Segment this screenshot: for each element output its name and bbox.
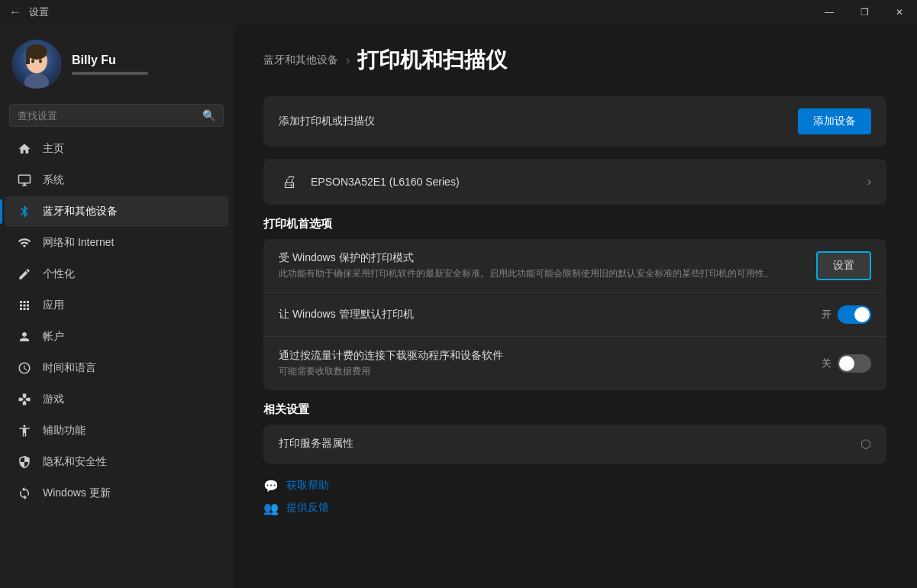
sidebar-item-bluetooth[interactable]: 蓝牙和其他设备 bbox=[5, 196, 228, 227]
user-bar bbox=[72, 72, 148, 75]
content-area: 蓝牙和其他设备 › 打印机和扫描仪 添加打印机或扫描仪 添加设备 🖨 EPSON… bbox=[233, 24, 917, 588]
toggle-manage-default[interactable] bbox=[838, 305, 871, 324]
accounts-icon bbox=[17, 329, 32, 344]
sidebar-item-network[interactable]: 网络和 Internet bbox=[5, 228, 228, 258]
help-icon: 💬 bbox=[263, 479, 279, 493]
svg-rect-3 bbox=[26, 50, 30, 64]
svg-point-4 bbox=[31, 60, 34, 63]
print-server-row[interactable]: 打印服务器属性 ⬡ bbox=[263, 425, 886, 464]
toggle-label-off: 关 bbox=[822, 357, 831, 370]
toggle-metered[interactable] bbox=[838, 354, 871, 373]
sidebar-item-label-system: 系统 bbox=[43, 173, 64, 187]
toggle-area-manage-default: 开 bbox=[822, 305, 871, 324]
pref-title-1: 让 Windows 管理默认打印机 bbox=[279, 308, 811, 321]
printer-list-card: 🖨 EPSON3A52E1 (L6160 Series) › bbox=[263, 159, 886, 205]
close-button[interactable]: ✕ bbox=[882, 0, 917, 24]
related-section-title: 相关设置 bbox=[263, 402, 886, 417]
sidebar-item-label-network: 网络和 Internet bbox=[43, 236, 114, 250]
maximize-button[interactable]: ❐ bbox=[847, 0, 882, 24]
breadcrumb-separator: › bbox=[346, 53, 350, 67]
sidebar-item-windows_update[interactable]: Windows 更新 bbox=[5, 478, 228, 509]
feedback-icon: 👥 bbox=[263, 501, 279, 515]
related-card: 打印服务器属性 ⬡ bbox=[263, 425, 886, 464]
sidebar-item-label-windows_update: Windows 更新 bbox=[43, 486, 111, 500]
sidebar-item-home[interactable]: 主页 bbox=[5, 134, 228, 164]
pref-title-2: 通过按流量计费的连接下载驱动程序和设备软件 bbox=[279, 349, 811, 363]
pref-row-windows-protected: 受 Windows 保护的打印模式 此功能有助于确保采用打印机软件的最新安全标准… bbox=[263, 239, 886, 293]
toggle-area-metered: 关 bbox=[822, 354, 871, 373]
pref-row-metered: 通过按流量计费的连接下载驱动程序和设备软件 可能需要收取数据费用 关 bbox=[263, 337, 886, 390]
search-box[interactable]: 🔍 bbox=[9, 104, 224, 127]
sidebar-item-label-personalization: 个性化 bbox=[43, 267, 75, 281]
printer-row[interactable]: 🖨 EPSON3A52E1 (L6160 Series) › bbox=[263, 159, 886, 205]
sidebar-item-accessibility[interactable]: 辅助功能 bbox=[5, 415, 228, 446]
window-controls: — ❐ ✕ bbox=[812, 0, 917, 24]
sidebar-item-label-home: 主页 bbox=[43, 142, 64, 156]
add-device-button[interactable]: 添加设备 bbox=[798, 108, 871, 134]
sidebar-item-label-accounts: 帐户 bbox=[43, 330, 64, 344]
breadcrumb: 蓝牙和其他设备 › 打印机和扫描仪 bbox=[263, 46, 886, 75]
print-server-label: 打印服务器属性 bbox=[279, 437, 850, 451]
sidebar-item-label-accessibility: 辅助功能 bbox=[43, 424, 86, 438]
pref-row-manage-default: 让 Windows 管理默认打印机 开 bbox=[263, 293, 886, 337]
system-icon bbox=[17, 173, 32, 188]
sidebar-item-personalization[interactable]: 个性化 bbox=[5, 259, 228, 289]
printer-icon: 🖨 bbox=[279, 171, 300, 192]
sidebar: Billy Fu 🔍 主页 系统 蓝牙和其他设备 网络和 Internet bbox=[0, 24, 233, 588]
network-icon bbox=[17, 235, 32, 250]
home-icon bbox=[17, 141, 32, 157]
pref-text-windows-protected: 受 Windows 保护的打印模式 此功能有助于确保采用打印机软件的最新安全标准… bbox=[279, 251, 806, 280]
toggle-label-on: 开 bbox=[822, 308, 831, 321]
time-icon bbox=[17, 360, 32, 376]
gaming-icon bbox=[17, 392, 32, 407]
sidebar-item-system[interactable]: 系统 bbox=[5, 165, 228, 195]
feedback-label: 提供反馈 bbox=[286, 501, 329, 515]
breadcrumb-parent[interactable]: 蓝牙和其他设备 bbox=[263, 53, 338, 67]
titlebar: ← 设置 — ❐ ✕ bbox=[0, 0, 917, 24]
user-info: Billy Fu bbox=[72, 53, 221, 75]
back-button[interactable]: ← bbox=[9, 5, 21, 19]
windows_update-icon bbox=[17, 486, 32, 501]
chevron-right-icon: › bbox=[867, 175, 871, 189]
sidebar-item-time[interactable]: 时间和语言 bbox=[5, 353, 228, 383]
pref-desc-0: 此功能有助于确保采用打印机软件的最新安全标准。启用此功能可能会限制使用旧的默认安… bbox=[279, 267, 806, 280]
printer-name: EPSON3A52E1 (L6160 Series) bbox=[311, 176, 857, 188]
sidebar-item-gaming[interactable]: 游戏 bbox=[5, 384, 228, 415]
sidebar-item-accounts[interactable]: 帐户 bbox=[5, 321, 228, 352]
pref-text-manage-default: 让 Windows 管理默认打印机 bbox=[279, 308, 811, 321]
sidebar-item-label-gaming: 游戏 bbox=[43, 393, 64, 406]
privacy-icon bbox=[17, 454, 32, 470]
sidebar-item-label-privacy: 隐私和安全性 bbox=[43, 455, 107, 469]
minimize-button[interactable]: — bbox=[812, 0, 847, 24]
sidebar-item-apps[interactable]: 应用 bbox=[5, 290, 228, 321]
pref-card: 受 Windows 保护的打印模式 此功能有助于确保采用打印机软件的最新安全标准… bbox=[263, 239, 886, 390]
bluetooth-icon bbox=[17, 204, 32, 219]
user-profile[interactable]: Billy Fu bbox=[0, 24, 233, 101]
feedback-link[interactable]: 👥 提供反馈 bbox=[263, 501, 886, 515]
add-printer-label: 添加打印机或扫描仪 bbox=[279, 115, 787, 128]
svg-point-5 bbox=[39, 60, 42, 63]
breadcrumb-current: 打印机和扫描仪 bbox=[357, 46, 507, 75]
avatar bbox=[12, 40, 61, 89]
pref-title-0: 受 Windows 保护的打印模式 bbox=[279, 251, 806, 265]
external-link-icon: ⬡ bbox=[860, 437, 871, 451]
toggle-thumb bbox=[854, 307, 870, 322]
nav-container: 主页 系统 蓝牙和其他设备 网络和 Internet 个性化 应用 帐户 bbox=[0, 133, 233, 509]
footer-links: 💬 获取帮助 👥 提供反馈 bbox=[263, 479, 886, 515]
get-help-link[interactable]: 💬 获取帮助 bbox=[263, 479, 886, 493]
sidebar-item-label-apps: 应用 bbox=[43, 299, 64, 312]
apps-icon bbox=[17, 298, 32, 313]
user-name: Billy Fu bbox=[72, 53, 221, 67]
main-layout: Billy Fu 🔍 主页 系统 蓝牙和其他设备 网络和 Internet bbox=[0, 24, 917, 588]
accessibility-icon bbox=[17, 423, 32, 438]
toggle-thumb-metered bbox=[839, 356, 854, 371]
settings-button[interactable]: 设置 bbox=[816, 251, 871, 280]
pref-text-metered: 通过按流量计费的连接下载驱动程序和设备软件 可能需要收取数据费用 bbox=[279, 349, 811, 378]
sidebar-item-label-time: 时间和语言 bbox=[43, 361, 96, 375]
personalization-icon bbox=[17, 267, 32, 282]
pref-desc-2: 可能需要收取数据费用 bbox=[279, 365, 811, 378]
search-input[interactable] bbox=[18, 110, 196, 121]
help-label: 获取帮助 bbox=[286, 479, 329, 493]
add-printer-card: 添加打印机或扫描仪 添加设备 bbox=[263, 96, 886, 147]
sidebar-item-privacy[interactable]: 隐私和安全性 bbox=[5, 447, 228, 477]
